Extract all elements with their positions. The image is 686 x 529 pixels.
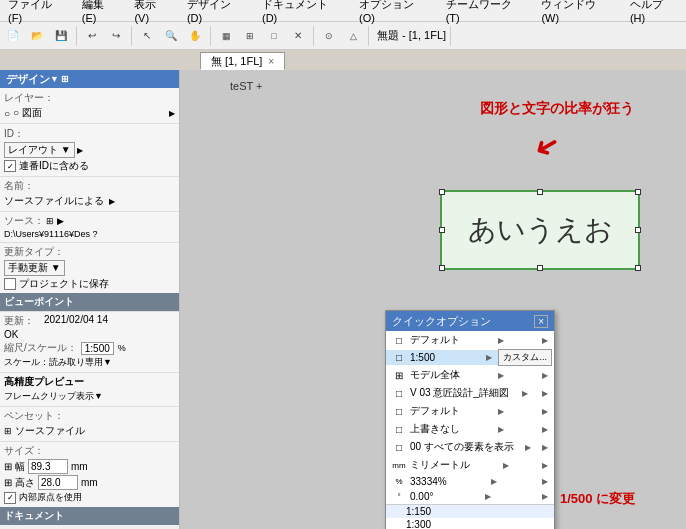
layer-expand-icon: ▶ [169,109,175,118]
popup-item-mm[interactable]: mm ミリメートル ▶ [386,456,554,474]
connect-checkbox[interactable] [4,160,16,172]
popup-item-default[interactable]: □ デフォルト ▶ [386,331,554,349]
document-header[interactable]: ドキュメント [0,507,179,525]
scale-row: 縮尺/スケール： 1:500 % [4,341,175,355]
handle-br[interactable] [635,265,641,271]
tb5[interactable]: ⊞ [239,25,261,47]
angle-icon: ° [392,492,406,501]
project-save-label: プロジェクトに保存 [19,277,109,291]
left-panel: デザイン ▼ ⊞ レイヤー： ○ ○ 図面 ▶ ID： レイアウト ▼ ▶ [0,70,180,529]
width-unit: mm [71,461,88,472]
shape-element[interactable]: あいうえお [440,190,640,270]
viewpoint-label: ビューポイント [4,295,74,309]
popup-item-model[interactable]: ⊞ モデル全体 ▶ [386,366,554,384]
viewpoint-header[interactable]: ビューポイント [0,293,179,311]
handle-bl[interactable] [439,265,445,271]
height-icon: ⊞ [4,477,12,488]
anchor-checkbox[interactable] [4,492,16,504]
popup-item-default2[interactable]: □ デフォルト ▶ [386,402,554,420]
menubar: ファイル(F) 編集(E) 表示(V) デザイン(D) ドキュメント(D) オプ… [0,0,686,22]
width-icon: ⊞ [4,461,12,472]
angle-arrow: ▶ [485,492,491,501]
main-layout: デザイン ▼ ⊞ レイヤー： ○ ○ 図面 ▶ ID： レイアウト ▼ ▶ [0,70,686,529]
popup-title: クイックオプション [392,314,491,329]
scale-annotation: 1/500 に変更 [560,490,635,508]
document-label: ドキュメント [4,509,64,523]
sep1 [76,26,77,46]
scale-input-value: 1:500 [81,342,114,355]
redo-btn[interactable]: ↪ [105,25,127,47]
project-save-checkbox[interactable] [4,278,16,290]
main-tab[interactable]: 無 [1, 1FL] × [200,52,285,70]
handle-ml[interactable] [439,227,445,233]
menu-file[interactable]: ファイル(F) [4,0,70,25]
scale-dropdown-section: 1:150 1:300 ✓ 1:500 1:1000 [386,504,554,529]
layer-value-row: ○ ○ 図面 ▶ [4,106,175,120]
scale-1-150[interactable]: 1:150 [386,505,554,518]
percent-arrow: ▶ [491,477,497,486]
menu-edit[interactable]: 編集(E) [78,0,123,25]
pen-icon: ⊞ [4,426,12,436]
menu-help[interactable]: ヘルプ(H) [626,0,682,25]
undo-btn[interactable]: ↩ [81,25,103,47]
percent-label: 33334% [410,476,447,487]
popup-item-percent[interactable]: % 33334% ▶ [386,474,554,489]
height-row: ⊞ 高さ mm [4,475,175,490]
source-header-row: ソース： ⊞ ▶ [4,214,175,228]
sep3 [210,26,211,46]
source-expand: ▶ [109,197,115,206]
source-path: D:\Users¥91116¥Des ? [4,228,175,240]
default-label: デフォルト [410,333,460,347]
popup-header: クイックオプション × [386,311,554,331]
all-arrow: ▶ [525,443,531,452]
handle-mr[interactable] [635,227,641,233]
menu-options[interactable]: オプション(O) [355,0,434,25]
menu-window[interactable]: ウィンドウ(W) [537,0,617,25]
tb6[interactable]: □ [263,25,285,47]
default2-icon: □ [392,406,406,417]
new-btn[interactable]: 📄 [2,25,24,47]
tb9[interactable]: △ [342,25,364,47]
menu-view[interactable]: 表示(V) [130,0,175,25]
anchor-row: 内部原点を使用 [4,491,175,504]
handle-tr[interactable] [635,189,641,195]
handle-bc[interactable] [537,265,543,271]
v03-icon: □ [392,388,406,399]
update-value-row: 手動更新 ▼ [4,260,175,276]
width-row: ⊞ 幅 mm [4,459,175,474]
pan-btn[interactable]: ✋ [184,25,206,47]
anchor-label: 内部原点を使用 [19,491,82,504]
save-btn[interactable]: 💾 [50,25,72,47]
handle-tc[interactable] [537,189,543,195]
popup-item-v03[interactable]: □ V 03 意匠設計_詳細図 ▶ [386,384,554,402]
menu-document[interactable]: ドキュメント(D) [258,0,347,25]
layout-btn[interactable]: レイアウト ▼ [4,142,75,158]
layer-row: レイヤー： [4,91,175,105]
popup-item-angle[interactable]: ° 0.00° ▶ [386,489,554,504]
popup-close-btn[interactable]: × [534,315,548,328]
open-btn[interactable]: 📂 [26,25,48,47]
test-text: teST + [230,80,263,92]
updated-value: 2021/02/04 14 [44,314,108,328]
tab-close-btn[interactable]: × [268,56,274,67]
handle-tl[interactable] [439,189,445,195]
height-input[interactable] [38,475,78,490]
width-input[interactable] [28,459,68,474]
popup-item-scale[interactable]: □ 1:500 ▶ [386,350,498,365]
all-label: 00 すべての要素を表示 [410,440,514,454]
zoom-btn[interactable]: 🔍 [160,25,182,47]
update-type-label: 更新タイプ： [4,246,64,257]
custom-btn[interactable]: カスタム... [498,349,552,366]
source-icons: ⊞ ▶ [46,216,64,226]
default-arrow: ▶ [498,336,504,345]
select-btn[interactable]: ↖ [136,25,158,47]
tb8[interactable]: ⊙ [318,25,340,47]
popup-item-override[interactable]: □ 上書きなし ▶ [386,420,554,438]
popup-item-all[interactable]: □ 00 すべての要素を表示 ▶ [386,438,554,456]
scale-1-300[interactable]: 1:300 [386,518,554,529]
menu-teamwork[interactable]: チームワーク(T) [442,0,530,25]
menu-design[interactable]: デザイン(D) [183,0,250,25]
shape-text: あいうえお [468,211,613,249]
tb7[interactable]: ✕ [287,25,309,47]
tb4[interactable]: ▦ [215,25,237,47]
